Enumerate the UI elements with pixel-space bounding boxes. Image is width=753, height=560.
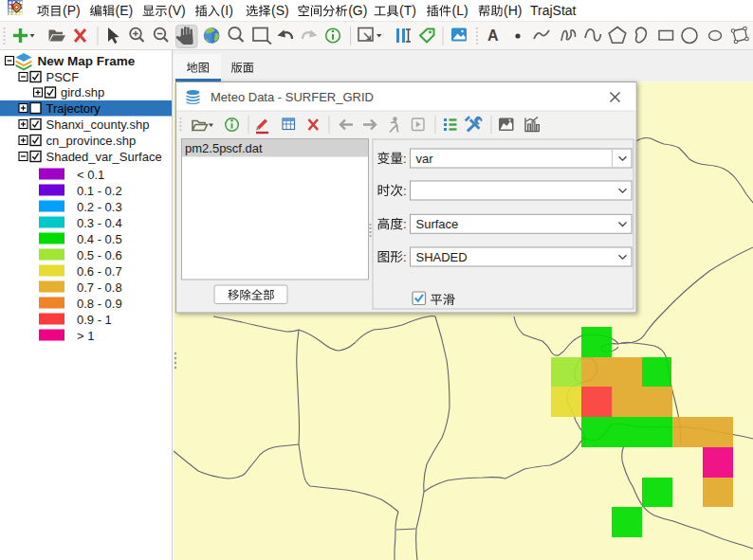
svg-text:TrajStat: TrajStat — [530, 3, 577, 18]
svg-text:(I): (I) — [221, 3, 233, 18]
svg-text:> 1: > 1 — [77, 329, 94, 343]
svg-text:(E): (E) — [116, 3, 134, 18]
svg-text:var: var — [416, 152, 434, 166]
svg-text:New Map Frame: New Map Frame — [38, 54, 136, 68]
svg-text::: : — [403, 217, 407, 231]
svg-text:SHADED: SHADED — [416, 250, 468, 264]
svg-text:(L): (L) — [452, 3, 468, 18]
svg-text:Surface: Surface — [416, 217, 459, 231]
svg-text:gird.shp: gird.shp — [61, 85, 104, 99]
svg-text:0.8 - 0.9: 0.8 - 0.9 — [77, 297, 122, 311]
svg-text:pm2.5pscf.dat: pm2.5pscf.dat — [185, 141, 263, 155]
svg-text:(H): (H) — [504, 3, 522, 18]
svg-text:0.5 - 0.6: 0.5 - 0.6 — [77, 248, 122, 262]
svg-text:Shanxi_county.shp: Shanxi_county.shp — [46, 117, 150, 132]
svg-text:(G): (G) — [348, 3, 367, 18]
svg-text:0.9 - 1: 0.9 - 1 — [77, 313, 112, 327]
svg-text:(V): (V) — [168, 3, 186, 18]
svg-text:Shaded_var_Surface: Shaded_var_Surface — [46, 150, 162, 164]
svg-text:0.1 - 0.2: 0.1 - 0.2 — [77, 184, 122, 198]
svg-text:< 0.1: < 0.1 — [77, 168, 104, 182]
svg-text:0.6 - 0.7: 0.6 - 0.7 — [77, 264, 122, 279]
svg-text::: : — [403, 152, 407, 166]
svg-text::: : — [403, 184, 407, 198]
svg-text::: : — [403, 250, 407, 264]
svg-text:cn_province.shp: cn_province.shp — [46, 134, 137, 148]
svg-text:0.4 - 0.5: 0.4 - 0.5 — [77, 232, 122, 246]
svg-text:(T): (T) — [399, 3, 416, 18]
svg-text:A: A — [487, 27, 499, 44]
svg-text:0.3 - 0.4: 0.3 - 0.4 — [77, 216, 122, 230]
svg-text:Trajectory: Trajectory — [46, 101, 101, 116]
svg-text:(P): (P) — [63, 3, 81, 18]
svg-text:PSCF: PSCF — [46, 70, 80, 84]
svg-text:Meteo Data - SURFER_GRID: Meteo Data - SURFER_GRID — [211, 90, 374, 104]
svg-text:0.7 - 0.8: 0.7 - 0.8 — [77, 280, 122, 295]
svg-text:0.2 - 0.3: 0.2 - 0.3 — [77, 200, 122, 214]
svg-text:(S): (S) — [271, 3, 289, 18]
